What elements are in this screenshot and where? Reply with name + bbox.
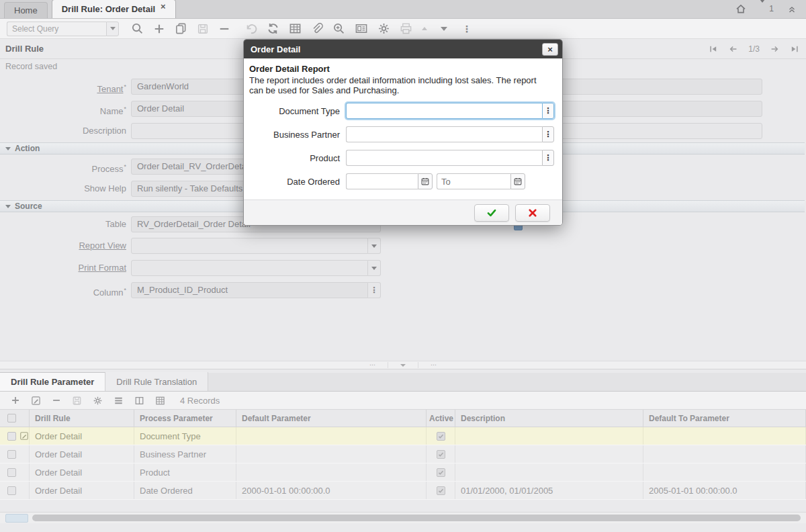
collapse-section-icon[interactable] bbox=[5, 205, 11, 208]
select-query-dropdown-icon[interactable] bbox=[106, 21, 119, 36]
row-checkbox[interactable] bbox=[7, 468, 16, 477]
col-default-parameter[interactable]: Default Parameter bbox=[236, 410, 427, 427]
row-checkbox[interactable] bbox=[7, 486, 16, 495]
active-checkbox bbox=[437, 432, 445, 441]
zoom-across-icon[interactable] bbox=[332, 22, 345, 35]
col-description[interactable]: Description bbox=[455, 410, 643, 427]
form-title: Drill Rule bbox=[5, 39, 44, 59]
tab-drill-rule[interactable]: Drill Rule: Order Detail × bbox=[52, 0, 176, 18]
document-type-lookup-icon[interactable]: ⋮ bbox=[542, 103, 554, 119]
document-type-input[interactable] bbox=[346, 103, 542, 119]
refresh-icon[interactable] bbox=[267, 22, 279, 35]
col-process-parameter[interactable]: Process Parameter bbox=[134, 410, 236, 427]
records-count: 4 Records bbox=[180, 396, 220, 406]
split-columns-icon[interactable] bbox=[134, 396, 144, 406]
first-record-icon[interactable] bbox=[709, 44, 718, 54]
process-icon[interactable] bbox=[377, 22, 390, 35]
table-row[interactable]: Order Detail Date Ordered 2000-01-01 00:… bbox=[0, 482, 806, 500]
date-to-input[interactable] bbox=[437, 173, 510, 189]
col-drill-rule[interactable]: Drill Rule bbox=[30, 410, 134, 427]
parameter-table: Drill Rule Process Parameter Default Par… bbox=[0, 409, 806, 500]
parent-record-icon bbox=[422, 27, 427, 30]
print-format-dropdown-icon[interactable] bbox=[368, 260, 381, 276]
splitter-collapse-icon[interactable] bbox=[388, 362, 418, 368]
row-checkbox[interactable] bbox=[7, 450, 16, 459]
add-row-icon[interactable] bbox=[11, 396, 20, 405]
business-partner-input[interactable] bbox=[346, 126, 542, 142]
cell-default-parameter: 2000-01-01 00:00:00.0 bbox=[236, 482, 427, 499]
new-record-icon[interactable] bbox=[153, 23, 165, 35]
cell-process-parameter: Product bbox=[134, 463, 236, 481]
cancel-button[interactable] bbox=[515, 204, 550, 222]
panel-splitter[interactable]: ⋯ ⋯ bbox=[0, 361, 806, 369]
tab-drill-rule-translation[interactable]: Drill Rule Translation bbox=[105, 372, 208, 391]
tab-close-icon[interactable]: × bbox=[161, 3, 166, 10]
column-lookup-icon[interactable]: ⋮ bbox=[368, 282, 381, 298]
report-view-field[interactable] bbox=[131, 238, 368, 254]
calendar-icon[interactable] bbox=[510, 173, 525, 189]
collapse-header-icon[interactable] bbox=[787, 4, 797, 13]
report-description: The report includes order detail informa… bbox=[249, 75, 553, 95]
cancel-x-icon bbox=[528, 208, 537, 218]
select-query-input[interactable] bbox=[7, 21, 106, 36]
previous-record-icon[interactable] bbox=[728, 44, 738, 54]
last-record-icon[interactable] bbox=[790, 44, 799, 54]
business-partner-label: Business Partner bbox=[249, 130, 340, 140]
collapse-section-icon[interactable] bbox=[5, 147, 11, 150]
column-label: Column* bbox=[0, 282, 126, 301]
tab-home[interactable]: Home bbox=[4, 2, 48, 18]
edit-row-icon[interactable] bbox=[31, 396, 41, 406]
grid-toggle-icon[interactable] bbox=[289, 22, 302, 35]
detail-process-icon[interactable] bbox=[93, 396, 103, 406]
column-field[interactable]: M_Product_ID_Product bbox=[131, 282, 368, 298]
select-all-checkbox[interactable] bbox=[7, 414, 16, 423]
splitter-dots-icon[interactable]: ⋯ bbox=[418, 362, 449, 368]
print-format-field[interactable] bbox=[131, 260, 368, 276]
find-record-icon[interactable] bbox=[131, 22, 144, 35]
next-record-icon[interactable] bbox=[770, 44, 780, 54]
cell-process-parameter: Date Ordered bbox=[134, 482, 236, 499]
tab-drill-rule-parameter[interactable]: Drill Rule Parameter bbox=[0, 372, 105, 391]
business-partner-lookup-icon[interactable]: ⋮ bbox=[542, 126, 554, 142]
row-checkbox[interactable] bbox=[7, 432, 16, 441]
tenant-label[interactable]: Tenant* bbox=[0, 79, 126, 97]
dialog-titlebar[interactable]: Order Detail × bbox=[244, 40, 562, 58]
product-lookup-icon[interactable]: ⋮ bbox=[542, 150, 554, 166]
save-record-icon bbox=[197, 23, 209, 35]
delete-row-icon[interactable] bbox=[52, 396, 61, 405]
report-view-dropdown-icon[interactable] bbox=[368, 238, 381, 254]
calendar-icon[interactable] bbox=[418, 173, 433, 189]
toggle-list-icon[interactable] bbox=[114, 396, 124, 406]
ok-button[interactable] bbox=[474, 204, 509, 222]
detail-record-icon[interactable] bbox=[441, 27, 447, 31]
splitter-dots-icon[interactable]: ⋯ bbox=[357, 362, 388, 368]
row-edit-icon[interactable] bbox=[19, 431, 29, 441]
process-label: Process* bbox=[0, 159, 126, 177]
copy-record-icon[interactable] bbox=[175, 22, 187, 35]
active-checkbox bbox=[437, 486, 445, 495]
horizontal-scrollbar[interactable] bbox=[0, 512, 806, 523]
table-row[interactable]: Order Detail Business Partner bbox=[0, 445, 806, 463]
report-view-label[interactable]: Report View bbox=[0, 238, 126, 254]
home-icon[interactable] bbox=[735, 3, 746, 14]
product-input[interactable] bbox=[346, 150, 542, 166]
col-active[interactable]: Active bbox=[427, 410, 455, 427]
show-help-label: Show Help bbox=[0, 181, 126, 197]
more-toolbar-icon[interactable]: ⋮ bbox=[462, 24, 472, 34]
detail-grid-icon[interactable] bbox=[155, 396, 165, 406]
report-icon[interactable] bbox=[355, 22, 368, 35]
delete-record-icon[interactable] bbox=[218, 23, 230, 35]
table-row[interactable]: Order Detail Document Type bbox=[0, 427, 806, 445]
product-combo: ⋮ bbox=[346, 150, 554, 166]
parameter-table-header: Drill Rule Process Parameter Default Par… bbox=[0, 409, 806, 427]
date-from-input[interactable] bbox=[346, 173, 418, 189]
cell-description bbox=[455, 463, 643, 481]
dialog-close-icon[interactable]: × bbox=[542, 43, 558, 56]
scrollbar-thumb[interactable] bbox=[32, 515, 801, 521]
record-navigation: 1/3 bbox=[709, 39, 799, 59]
col-default-to-parameter[interactable]: Default To Parameter bbox=[643, 410, 806, 427]
print-format-label[interactable]: Print Format bbox=[0, 260, 126, 276]
open-windows-dropdown-icon[interactable] bbox=[760, 3, 765, 15]
table-row[interactable]: Order Detail Product bbox=[0, 463, 806, 482]
attachment-icon[interactable] bbox=[311, 23, 323, 35]
